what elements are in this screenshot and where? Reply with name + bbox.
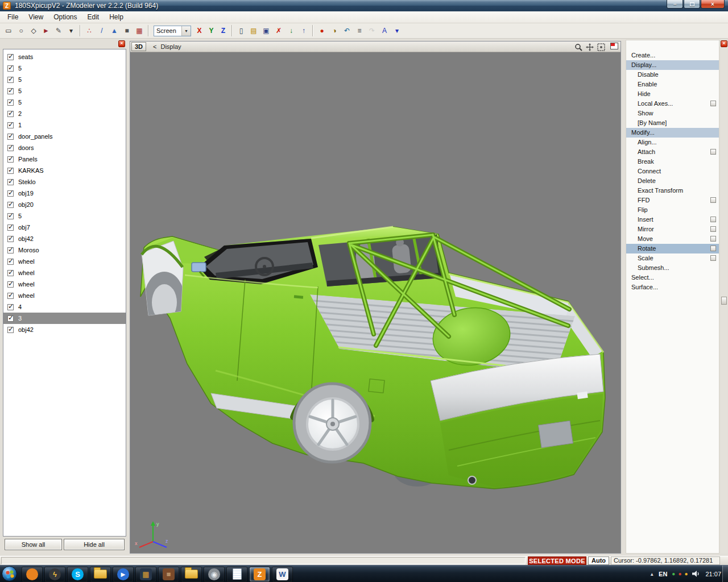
object-list-item[interactable]: ✓ 5	[3, 63, 126, 74]
object-list-item[interactable]: ✓ 5	[3, 97, 126, 108]
show-all-button[interactable]: Show all	[5, 539, 62, 550]
visibility-checkbox[interactable]: ✓	[7, 54, 14, 60]
object-list-item[interactable]: ✓ seats	[3, 51, 126, 63]
close-button[interactable]: ×	[701, 0, 725, 9]
zoom-icon[interactable]	[574, 43, 583, 51]
command-checkbox[interactable]	[710, 197, 716, 203]
object-list-item[interactable]: ✓ wheel	[3, 290, 126, 301]
zmodeler-icon[interactable]: Z	[249, 567, 270, 582]
command-enable[interactable]: Enable	[626, 80, 719, 89]
object-list-item[interactable]: ✓ obj42	[3, 233, 126, 244]
command-align[interactable]: Align...	[626, 138, 719, 147]
volume-icon[interactable]	[692, 571, 700, 578]
visibility-checkbox[interactable]: ✓	[7, 259, 14, 265]
objects-mode-icon[interactable]: ■	[121, 24, 133, 37]
menu-item[interactable]: View	[23, 12, 48, 22]
edges-mode-icon[interactable]: /	[96, 24, 108, 37]
menu-item[interactable]: File	[2, 12, 23, 22]
uv-mapper-icon[interactable]: ▦	[133, 24, 146, 37]
command-modify[interactable]: Modify...	[626, 128, 719, 138]
scrollbar-thumb[interactable]	[721, 297, 727, 305]
command-checkbox[interactable]	[710, 217, 716, 222]
visibility-checkbox[interactable]: ✓	[7, 111, 14, 117]
car-model[interactable]	[130, 52, 621, 553]
visibility-checkbox[interactable]: ✓	[7, 145, 14, 151]
file-manager-icon[interactable]: ≡	[158, 567, 179, 582]
capture-icon[interactable]: ◉	[204, 567, 225, 582]
visibility-checkbox[interactable]: ✓	[7, 315, 14, 322]
command-mirror[interactable]: Mirror	[626, 225, 719, 234]
command-attach[interactable]: Attach	[626, 147, 719, 157]
command-checkbox[interactable]	[710, 101, 716, 106]
command-rotate[interactable]: Rotate	[626, 244, 719, 253]
redo-icon[interactable]: ↷	[366, 24, 378, 37]
antivirus-icon[interactable]: ●	[672, 571, 675, 577]
select-polygon-icon[interactable]: ◇	[27, 24, 40, 37]
folder-icon[interactable]	[181, 567, 202, 582]
command-checkbox[interactable]	[710, 255, 716, 261]
object-list-item[interactable]: ✓ Steklo	[3, 176, 126, 188]
open-file-icon[interactable]: ▤	[247, 24, 260, 37]
select-rect-icon[interactable]: ▭	[2, 24, 15, 37]
command-checkbox[interactable]	[710, 246, 716, 251]
command-create[interactable]: Create...	[626, 51, 719, 60]
object-list-item[interactable]: ✓ 5	[3, 74, 126, 85]
visibility-checkbox[interactable]: ✓	[7, 293, 14, 299]
command-surface[interactable]: Surface...	[626, 282, 719, 292]
axis-x-button[interactable]: X	[193, 25, 205, 37]
menu-item[interactable]: Help	[104, 12, 129, 22]
show-desktop-button[interactable]	[722, 566, 728, 582]
visibility-checkbox[interactable]: ✓	[7, 179, 14, 185]
object-list-item[interactable]: ✓ 1	[3, 119, 126, 131]
visibility-checkbox[interactable]: ✓	[7, 156, 14, 163]
command-exact-transform[interactable]: Exact Transform	[626, 186, 719, 196]
export-icon[interactable]: ↑	[297, 24, 310, 37]
command-hide[interactable]: Hide	[626, 89, 719, 99]
command-show[interactable]: Show	[626, 109, 719, 118]
titlebar[interactable]: Z 180SXpicupV2 - ZModeler ver 2.2.2 (Bui…	[0, 0, 728, 11]
visibility-checkbox[interactable]: ✓	[7, 304, 14, 310]
close-command-panel-button[interactable]: ×	[721, 40, 727, 47]
command-break[interactable]: Break	[626, 157, 719, 167]
viewport-mode-tab[interactable]: 3D	[131, 42, 146, 51]
command-disable[interactable]: Disable	[626, 70, 719, 80]
save-file-icon[interactable]: ▣	[260, 24, 272, 37]
explorer-icon[interactable]	[90, 567, 111, 582]
command-move[interactable]: Move	[626, 234, 719, 244]
object-list-item[interactable]: ✓ 5	[3, 210, 126, 222]
command-select[interactable]: Select...	[626, 273, 719, 282]
menu-item[interactable]: Options	[48, 12, 82, 22]
command-local-axes[interactable]: Local Axes...	[626, 99, 719, 109]
skype-icon[interactable]: S	[67, 567, 88, 582]
auto-toggle[interactable]: Auto	[588, 556, 609, 565]
viewport-maximize-icon[interactable]	[610, 43, 618, 49]
select-paint-icon[interactable]: ✎	[52, 24, 65, 37]
language-indicator[interactable]: EN	[659, 571, 667, 577]
minimize-button[interactable]: –	[667, 0, 683, 9]
hide-all-button[interactable]: Hide all	[64, 539, 125, 550]
vertices-mode-icon[interactable]: ∴	[83, 24, 96, 37]
command-scale[interactable]: Scale	[626, 253, 719, 263]
axis-y-button[interactable]: Y	[205, 25, 217, 37]
object-list-item[interactable]: ✓ KARKAS	[3, 165, 126, 176]
command-connect[interactable]: Connect	[626, 167, 719, 176]
dropdown-arrow-icon[interactable]: ▼	[181, 26, 191, 36]
object-list-item[interactable]: ✓ 2	[3, 108, 126, 119]
object-list-item[interactable]: ✓ 4	[3, 301, 126, 313]
visibility-checkbox[interactable]: ✓	[7, 134, 14, 140]
alert-icon[interactable]: ●	[678, 571, 681, 577]
command-flip[interactable]: Flip	[626, 205, 719, 215]
zoom-extents-icon[interactable]	[597, 43, 606, 51]
visibility-checkbox[interactable]: ✓	[7, 77, 14, 83]
visibility-checkbox[interactable]: ✓	[7, 327, 14, 333]
object-list-item[interactable]: ✓ obj20	[3, 199, 126, 210]
font-color-icon[interactable]: A	[378, 24, 391, 37]
visibility-checkbox[interactable]: ✓	[7, 202, 14, 208]
menu-item[interactable]: Edit	[82, 12, 105, 22]
winamp-icon[interactable]: ϟ	[44, 567, 65, 582]
font-dropdown[interactable]: ▾	[391, 24, 403, 37]
command-checkbox[interactable]	[710, 236, 716, 242]
visibility-checkbox[interactable]: ✓	[7, 190, 14, 197]
render-icon[interactable]: ●	[316, 24, 328, 37]
undo-icon[interactable]: ↶	[341, 24, 353, 37]
